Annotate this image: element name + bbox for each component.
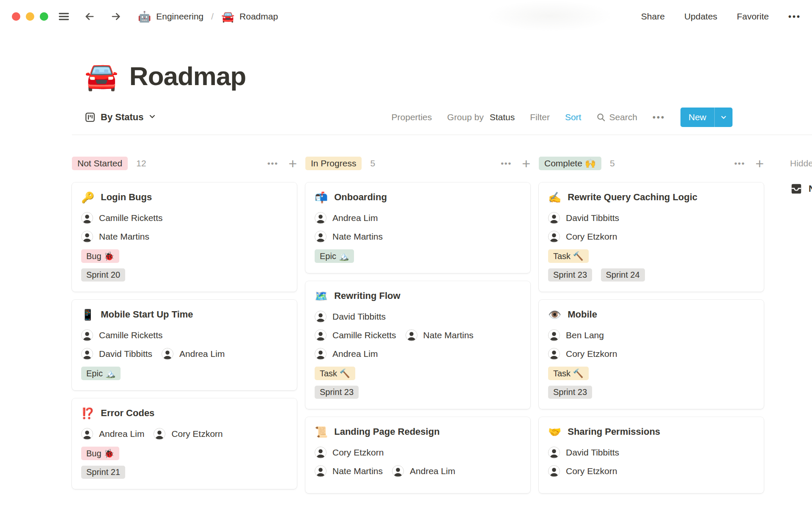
card-title-text: Rewriting Flow [334, 290, 400, 301]
card-mobile-start-up-time[interactable]: 📱 Mobile Start Up Time Camille Ricketts … [72, 300, 297, 390]
breadcrumb-label: Roadmap [239, 11, 278, 22]
more-options-icon[interactable]: ••• [788, 12, 801, 22]
avatar [315, 231, 326, 243]
writing-hand-icon: ✍️ [548, 192, 561, 203]
column-count: 5 [610, 158, 615, 168]
column-status-badge[interactable]: In Progress [305, 157, 362, 170]
card-title-text: Rewrite Query Caching Logic [568, 192, 697, 203]
hidden-columns-toggle[interactable]: Hidden [790, 155, 812, 171]
avatar [315, 311, 326, 323]
new-button[interactable]: New [680, 108, 714, 127]
updates-button[interactable]: Updates [684, 11, 717, 22]
group-by-button[interactable]: Group by Status [447, 112, 515, 122]
filter-button[interactable]: Filter [530, 112, 550, 122]
card-title-text: Sharing Permissions [568, 426, 660, 437]
robot-icon: 🤖 [138, 11, 151, 23]
column-add-icon[interactable]: + [522, 157, 530, 170]
card-title-text: Login Bugs [101, 192, 152, 203]
no-status-group[interactable]: No [790, 182, 812, 195]
tag-task: Task 🔨 [548, 367, 589, 380]
avatar [548, 447, 560, 458]
card-error-codes[interactable]: ⁉️ Error Codes Andrea Lim Cory Etzkorn B… [72, 398, 297, 489]
breadcrumb-item-engineering[interactable]: 🤖 Engineering [138, 11, 203, 23]
column-status-badge[interactable]: Not Started [72, 157, 128, 170]
card-onboarding[interactable]: 📬 Onboarding Andrea Lim Nate Martins Epi… [305, 182, 530, 273]
card-title-text: Mobile Start Up Time [101, 309, 193, 320]
close-window-button[interactable] [12, 12, 20, 21]
person-name: Nate Martins [99, 232, 149, 242]
mobile-phone-icon: 📱 [81, 309, 94, 320]
favorite-button[interactable]: Favorite [737, 11, 769, 22]
breadcrumb-label: Engineering [156, 11, 203, 22]
page-icon-car[interactable]: 🚘 [85, 63, 118, 90]
search-button[interactable]: Search [596, 112, 637, 122]
avatar [315, 465, 326, 477]
person-name: David Tibbitts [566, 213, 619, 223]
chevron-down-icon [148, 112, 156, 123]
sort-button[interactable]: Sort [565, 112, 582, 122]
exclamation-question-icon: ⁉️ [81, 408, 94, 419]
page-title: Roadmap [129, 57, 246, 96]
tag-sprint: Sprint 23 [548, 268, 592, 282]
person-name: Camille Ricketts [332, 330, 396, 340]
tag-bug: Bug 🐞 [81, 249, 119, 263]
card-title-text: Onboarding [334, 192, 387, 203]
avatar [154, 428, 165, 440]
tag-sprint: Sprint 20 [81, 268, 125, 282]
card-rewrite-query-caching-logic[interactable]: ✍️ Rewrite Query Caching Logic David Tib… [539, 182, 764, 292]
person-name: Cory Etzkorn [566, 466, 617, 476]
tag-sprint: Sprint 23 [315, 386, 359, 399]
handshake-icon: 🤝 [548, 427, 561, 437]
person-name: Camille Ricketts [99, 213, 163, 223]
share-button[interactable]: Share [641, 11, 665, 22]
column-count: 5 [370, 158, 375, 168]
avatar [81, 212, 93, 224]
new-dropdown-button[interactable] [715, 108, 732, 127]
car-icon: 🚘 [221, 11, 234, 23]
kanban-board: Not Started 12 ••• + 🔑 Login Bugs Camill… [0, 135, 812, 501]
person-name: Camille Ricketts [99, 330, 163, 340]
person-name: Cory Etzkorn [566, 349, 617, 359]
avatar [406, 329, 417, 341]
column-status-badge[interactable]: Complete 🙌 [539, 157, 601, 170]
view-toolbar: By Status Properties Group by Status Fil… [72, 108, 812, 135]
avatar [548, 212, 560, 224]
breadcrumb-separator: / [211, 11, 214, 22]
person-name: Cory Etzkorn [332, 447, 384, 458]
minimize-window-button[interactable] [26, 12, 34, 21]
column-not-started: Not Started 12 ••• + 🔑 Login Bugs Camill… [72, 155, 297, 497]
properties-button[interactable]: Properties [392, 112, 432, 122]
column-add-icon[interactable]: + [755, 157, 764, 170]
toolbar-more-icon[interactable]: ••• [653, 113, 665, 122]
new-button-group: New [680, 108, 732, 127]
person-name: David Tibbitts [566, 447, 619, 458]
person-name: David Tibbitts [332, 312, 386, 322]
column-more-icon[interactable]: ••• [734, 159, 745, 168]
back-arrow-icon[interactable] [83, 10, 96, 23]
tag-sprint: Sprint 23 [548, 386, 592, 399]
search-label: Search [609, 112, 637, 122]
mailbox-icon: 📬 [315, 192, 328, 203]
tag-task: Task 🔨 [315, 367, 355, 380]
view-name: By Status [101, 112, 143, 123]
page-header: 🚘 Roadmap [85, 57, 812, 96]
zoom-window-button[interactable] [40, 12, 48, 21]
tag-epic: Epic 🏔️ [315, 249, 354, 263]
card-sharing-permissions[interactable]: 🤝 Sharing Permissions David Tibbitts Cor… [539, 417, 764, 493]
card-rewriting-flow[interactable]: 🗺️ Rewriting Flow David Tibbitts Camille… [305, 281, 530, 409]
card-mobile[interactable]: 👁️ Mobile Ben Lang Cory Etzkorn Task 🔨 S… [539, 300, 764, 409]
person-name: Cory Etzkorn [566, 232, 617, 242]
forward-arrow-icon[interactable] [109, 10, 123, 23]
card-landing-page-redesign[interactable]: 📜 Landing Page Redesign Cory Etzkorn Nat… [305, 417, 530, 493]
view-switcher[interactable]: By Status [85, 112, 156, 123]
column-more-icon[interactable]: ••• [501, 159, 512, 168]
column-add-icon[interactable]: + [288, 157, 297, 170]
breadcrumb-item-roadmap[interactable]: 🚘 Roadmap [221, 11, 278, 23]
window-titlebar: 🤖 Engineering / 🚘 Roadmap Share Updates … [0, 0, 812, 33]
person-name: Andrea Lim [179, 349, 225, 359]
sidebar-menu-icon[interactable] [58, 10, 70, 23]
avatar [81, 428, 93, 440]
card-login-bugs[interactable]: 🔑 Login Bugs Camille Ricketts Nate Marti… [72, 182, 297, 292]
chevron-down-icon [720, 114, 727, 121]
column-more-icon[interactable]: ••• [267, 159, 278, 168]
